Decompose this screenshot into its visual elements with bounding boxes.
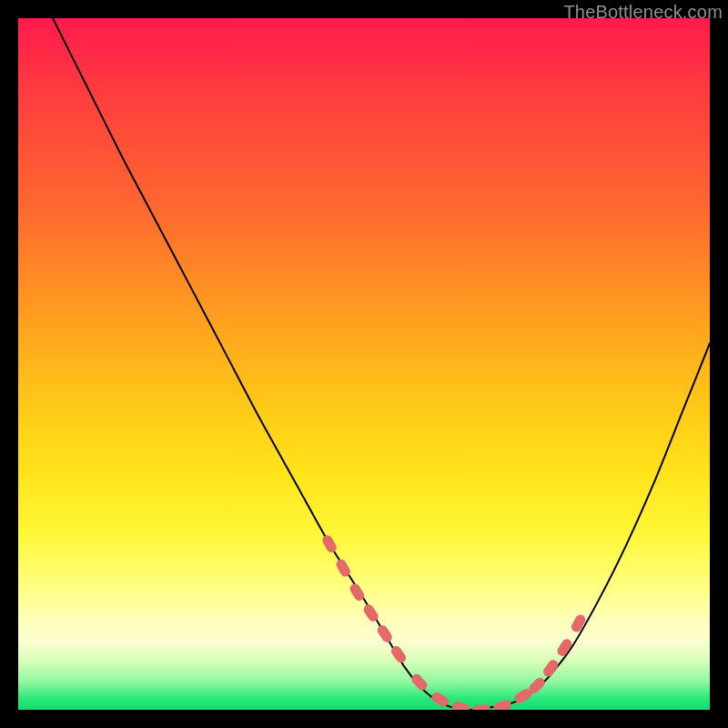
trough-marker [541,658,561,679]
trough-marker [410,672,430,693]
trough-marker [492,699,512,710]
trough-marker [570,613,587,634]
bottleneck-curve [53,18,710,710]
trough-marker [320,533,338,554]
trough-marker [450,701,470,710]
trough-marker [472,704,490,710]
chart-frame: TheBottleneck.com [0,0,728,728]
plot-area [18,18,710,710]
chart-svg [18,18,710,710]
trough-marker [376,623,394,644]
trough-markers [320,533,587,710]
curve-layer [53,18,710,710]
